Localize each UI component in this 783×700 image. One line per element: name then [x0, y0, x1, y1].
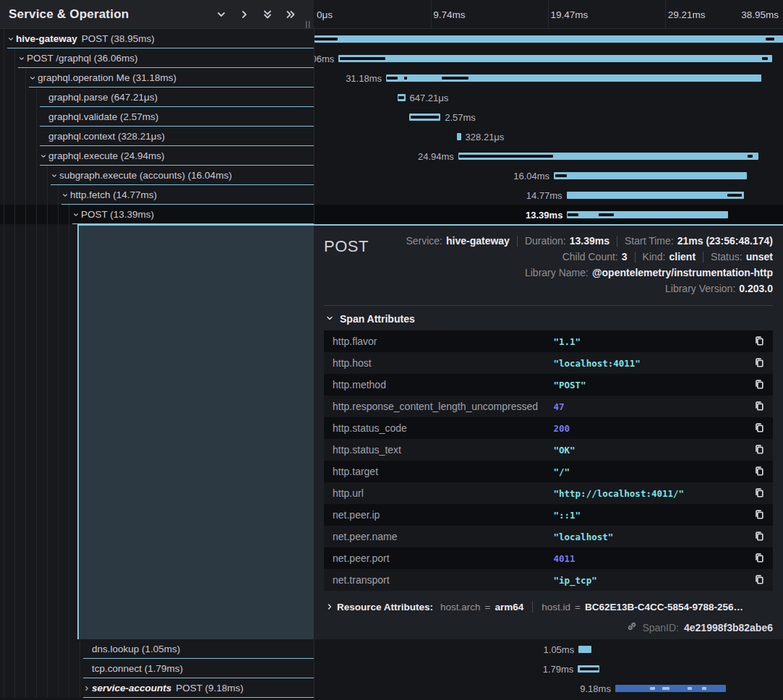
- span-bar[interactable]: [457, 133, 461, 140]
- span-row-dns-lookup[interactable]: dns.lookup (1.05ms)1.05ms: [0, 639, 783, 659]
- copy-icon[interactable]: [754, 466, 766, 477]
- span-timeline-cell[interactable]: 14.77ms: [314, 185, 783, 205]
- span-tree-cell[interactable]: graphql.execute (24.94ms): [0, 146, 314, 166]
- span-tree-cell[interactable]: POST /graphql (36.06ms): [0, 48, 314, 68]
- span-timeline-cell[interactable]: 24.94ms: [314, 146, 783, 166]
- chevron-down-icon[interactable]: [71, 211, 81, 218]
- chevron-down-icon[interactable]: [17, 55, 27, 62]
- chevron-down-icon[interactable]: [60, 192, 70, 199]
- chevron-down-icon[interactable]: [49, 172, 59, 179]
- span-timeline-cell[interactable]: 1.79ms: [314, 659, 783, 678]
- span-row-graphql-operation-me[interactable]: graphql.operation Me (31.18ms)31.18ms: [0, 68, 783, 88]
- span-row-subgraph-execute-accounts-[interactable]: subgraph.execute (accounts) (16.04ms)16.…: [0, 166, 783, 185]
- attribute-row: net.peer.ip"::1": [324, 504, 773, 526]
- span-row-graphql-context[interactable]: graphql.context (328.21μs)328.21μs: [0, 127, 783, 146]
- span-tree-label: subgraph.execute (accounts) (16.04ms): [0, 166, 314, 185]
- span-timeline-cell[interactable]: 16.04ms: [314, 166, 783, 185]
- chevron-right-icon[interactable]: [239, 9, 250, 20]
- copy-icon[interactable]: [754, 574, 766, 586]
- link-icon[interactable]: [627, 621, 637, 633]
- copy-icon[interactable]: [754, 444, 766, 456]
- span-bar[interactable]: [315, 35, 783, 43]
- child-span-mark: [748, 155, 753, 158]
- copy-icon[interactable]: [754, 336, 766, 347]
- attribute-key: http.host: [333, 357, 553, 369]
- chevron-down-icon[interactable]: [6, 35, 16, 43]
- chevron-right-icon: [325, 602, 337, 611]
- chevron-down-icon[interactable]: [27, 74, 38, 82]
- copy-icon[interactable]: [754, 379, 766, 390]
- span-bar[interactable]: [615, 685, 726, 692]
- span-tree-cell[interactable]: graphql.parse (647.21μs): [0, 88, 314, 107]
- span-bar[interactable]: [338, 55, 772, 62]
- resource-attributes-header[interactable]: Resource Attributes: host.arch=arm64host…: [324, 601, 773, 612]
- copy-icon[interactable]: [754, 487, 766, 499]
- span-timeline-cell[interactable]: 9.18ms: [314, 678, 783, 698]
- span-bar[interactable]: [554, 172, 747, 179]
- span-row-post[interactable]: POST (13.39ms)13.39ms: [0, 205, 783, 224]
- timeline-ruler[interactable]: 0μs9.74ms19.47ms29.21ms38.95ms: [314, 0, 783, 28]
- copy-icon[interactable]: [754, 509, 766, 521]
- span-row-post-graphql[interactable]: POST /graphql (36.06ms)36.06ms: [0, 48, 783, 68]
- span-timeline-cell[interactable]: 328.21μs: [314, 127, 783, 146]
- meta-divider: [703, 252, 703, 262]
- span-timeline-cell[interactable]: 31.18ms: [314, 68, 783, 88]
- operation-name: POST /graphql (36.06ms): [27, 53, 138, 64]
- chevron-right-icon[interactable]: [82, 685, 92, 692]
- double-chevron-down-icon[interactable]: [262, 9, 273, 20]
- span-meta-line: Library Name:@opentelemetry/instrumentat…: [406, 265, 773, 281]
- span-tree-cell[interactable]: graphql.context (328.21μs): [0, 127, 314, 146]
- copy-icon[interactable]: [754, 357, 766, 369]
- span-timeline-cell[interactable]: 38.95ms: [314, 29, 783, 48]
- span-bar[interactable]: [567, 211, 728, 218]
- span-duration-label: 1.79ms: [543, 663, 574, 674]
- span-tree-cell[interactable]: tcp.connect (1.79ms): [0, 659, 314, 678]
- child-span-mark: [398, 96, 404, 99]
- attribute-value: "::1": [553, 510, 754, 521]
- span-tree-cell[interactable]: graphql.validate (2.57ms): [0, 107, 314, 127]
- span-bar[interactable]: [567, 192, 745, 199]
- span-row-post[interactable]: service-accountsPOST (9.18ms)9.18ms: [0, 678, 783, 698]
- span-timeline-cell[interactable]: 2.57ms: [314, 107, 783, 127]
- panel-resize-handle[interactable]: ||: [305, 20, 311, 28]
- span-row-post[interactable]: hive-gatewayPOST (38.95ms)38.95ms: [0, 29, 783, 48]
- operation-name: subgraph.execute (accounts) (16.04ms): [59, 170, 232, 181]
- span-timeline-cell[interactable]: 13.39ms: [314, 205, 783, 224]
- child-span-mark: [387, 77, 398, 80]
- span-tree-cell[interactable]: dns.lookup (1.05ms): [0, 639, 314, 659]
- copy-icon[interactable]: [754, 422, 766, 434]
- span-tree-cell[interactable]: subgraph.execute (accounts) (16.04ms): [0, 166, 314, 185]
- operation-name: graphql.parse (647.21μs): [48, 92, 158, 103]
- span-tree-cell[interactable]: service-accountsPOST (9.18ms): [0, 678, 314, 698]
- span-row-graphql-execute[interactable]: graphql.execute (24.94ms)24.94ms: [0, 146, 783, 166]
- span-tree-cell[interactable]: http.fetch (14.77ms): [0, 185, 314, 205]
- chevron-down-icon[interactable]: [38, 153, 48, 160]
- copy-icon[interactable]: [754, 401, 766, 412]
- meta-label: Service:: [406, 233, 442, 249]
- span-timeline-cell[interactable]: 647.21μs: [314, 88, 783, 107]
- resource-key: host.arch: [440, 602, 481, 612]
- span-tree-label: graphql.validate (2.57ms): [0, 107, 314, 127]
- resource-attributes-preview: host.arch=arm64host.id=BC62E13B-C4CC-585…: [440, 601, 743, 612]
- span-row-http-fetch[interactable]: http.fetch (14.77ms)14.77ms: [0, 185, 783, 205]
- span-row-tcp-connect[interactable]: tcp.connect (1.79ms)1.79ms: [0, 659, 783, 678]
- chevron-down-icon[interactable]: [215, 9, 227, 20]
- span-timeline-cell[interactable]: 1.05ms: [314, 639, 783, 659]
- span-row-graphql-parse[interactable]: graphql.parse (647.21μs)647.21μs: [0, 88, 783, 107]
- span-attributes-header[interactable]: Span Attributes: [325, 313, 773, 325]
- span-tree-cell[interactable]: hive-gatewayPOST (38.95ms): [0, 29, 314, 48]
- span-bar[interactable]: [578, 646, 591, 653]
- double-chevron-right-icon[interactable]: [285, 9, 296, 20]
- attribute-row: http.method"POST": [324, 374, 773, 396]
- span-row-graphql-validate[interactable]: graphql.validate (2.57ms)2.57ms: [0, 107, 783, 127]
- child-span-mark: [459, 155, 553, 158]
- span-tree-cell[interactable]: POST (13.39ms): [0, 205, 314, 224]
- timeline-tick-label: 19.47ms: [551, 9, 589, 20]
- span-tree-cell[interactable]: graphql.operation Me (31.18ms): [0, 68, 314, 88]
- copy-icon[interactable]: [754, 552, 766, 564]
- span-timeline-cell[interactable]: 36.06ms: [314, 48, 783, 68]
- attribute-key: http.method: [333, 379, 553, 390]
- copy-icon[interactable]: [754, 531, 766, 542]
- span-meta-line: Library Version:0.203.0: [406, 281, 773, 296]
- span-duration-label: 16.04ms: [513, 170, 549, 181]
